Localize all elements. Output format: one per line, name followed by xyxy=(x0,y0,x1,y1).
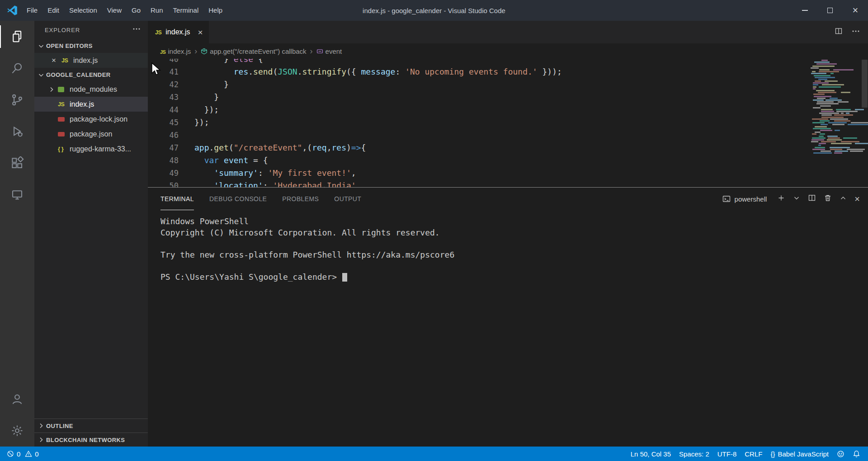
chevron-down-icon xyxy=(38,71,45,79)
eol-setting[interactable]: CRLF xyxy=(741,447,766,461)
split-editor-icon[interactable] xyxy=(835,27,843,37)
code-line: 47app.get("/createEvent",(req,res)=>{ xyxy=(148,141,805,154)
extensions-icon[interactable] xyxy=(0,147,34,179)
js-file-icon: JS xyxy=(155,28,161,36)
account-icon[interactable] xyxy=(0,383,34,415)
minimize-button[interactable] xyxy=(792,0,817,21)
breadcrumb-item-callback[interactable]: app.get("/createEvent") callback xyxy=(201,47,306,55)
file-label: index.js xyxy=(70,100,94,108)
tab-debug-console[interactable]: DEBUG CONSOLE xyxy=(209,188,267,210)
section-blockchain-networks[interactable]: BLOCKCHAIN NETWORKS xyxy=(34,433,148,447)
notifications-bell-icon[interactable] xyxy=(849,447,864,461)
close-icon: × xyxy=(853,5,859,15)
title-bar: File Edit Selection View Go Run Terminal… xyxy=(0,0,868,21)
chevron-down-icon[interactable] xyxy=(793,194,800,203)
tab-output[interactable]: OUTPUT xyxy=(334,188,361,210)
status-bar-left: 0 0 xyxy=(3,447,43,461)
tab-index-js[interactable]: JS index.js × xyxy=(148,21,209,43)
window-controls: × xyxy=(792,0,868,21)
open-editor-item-index-js[interactable]: × JS index.js xyxy=(34,53,148,68)
sidebar-spacer xyxy=(34,156,148,419)
source-control-icon[interactable] xyxy=(0,84,34,116)
section-label: BLOCKCHAIN NETWORKS xyxy=(46,437,125,443)
kill-terminal-icon[interactable] xyxy=(824,194,832,204)
language-mode[interactable]: {} Babel JavaScript xyxy=(766,447,833,461)
more-actions-icon[interactable] xyxy=(852,27,860,37)
json-file-icon: { } xyxy=(58,146,70,152)
minimap[interactable] xyxy=(810,60,861,154)
file-item-rugged-karma[interactable]: { } rugged-karma-33... xyxy=(34,141,148,156)
file-label: node_modules xyxy=(70,85,117,94)
settings-gear-icon[interactable] xyxy=(0,415,34,447)
close-window-button[interactable]: × xyxy=(843,0,868,21)
terminal-output[interactable]: Windows PowerShell Copyright (C) Microso… xyxy=(148,210,868,447)
activity-bar-bottom xyxy=(0,383,34,447)
cursor-position[interactable]: Ln 50, Col 35 xyxy=(627,447,675,461)
more-actions-icon[interactable] xyxy=(132,25,141,35)
close-editor-icon[interactable]: × xyxy=(52,56,61,65)
file-label: package-lock.json xyxy=(70,115,127,123)
tab-terminal[interactable]: TERMINAL xyxy=(160,188,194,210)
menu-edit[interactable]: Edit xyxy=(42,0,64,21)
file-item-package-json[interactable]: package.json xyxy=(34,127,148,141)
file-item-package-lock-json[interactable]: package-lock.json xyxy=(34,112,148,127)
indentation-setting[interactable]: Spaces: 2 xyxy=(675,447,713,461)
js-file-icon: JS xyxy=(58,101,70,108)
menu-run[interactable]: Run xyxy=(146,0,168,21)
close-tab-icon[interactable]: × xyxy=(198,28,203,37)
terminal-line: Windows PowerShell xyxy=(160,216,868,228)
status-bar-right: Ln 50, Col 35 Spaces: 2 UTF-8 CRLF {} Ba… xyxy=(627,447,864,461)
close-panel-icon[interactable]: × xyxy=(854,194,860,203)
tab-problems[interactable]: PROBLEMS xyxy=(282,188,319,210)
symbol-method-icon xyxy=(201,48,208,55)
menu-help[interactable]: Help xyxy=(203,0,227,21)
editor-scrollbar[interactable] xyxy=(861,59,868,187)
code-line: 48 var event = { xyxy=(148,154,805,167)
scrollbar-slider[interactable] xyxy=(862,60,868,108)
section-label: GOOGLE_CALENDER xyxy=(46,71,111,78)
new-terminal-icon[interactable] xyxy=(777,194,785,204)
code-line: 44 }); xyxy=(148,103,805,116)
feedback-icon[interactable] xyxy=(833,447,849,461)
breadcrumb-item-symbol[interactable]: event xyxy=(316,47,342,55)
breadcrumb-item-file[interactable]: JS index.js xyxy=(160,47,191,55)
menu-view[interactable]: View xyxy=(102,0,127,21)
file-item-index-js[interactable]: JS index.js xyxy=(34,97,148,112)
bottom-panel: TERMINAL DEBUG CONSOLE PROBLEMS OUTPUT p… xyxy=(148,187,868,447)
encoding-setting[interactable]: UTF-8 xyxy=(713,447,741,461)
vscode-window: File Edit Selection View Go Run Terminal… xyxy=(0,0,868,461)
panel-tabs: TERMINAL DEBUG CONSOLE PROBLEMS OUTPUT xyxy=(160,188,361,210)
window-title: index.js - google_calender - Visual Stud… xyxy=(363,7,505,14)
menu-terminal[interactable]: Terminal xyxy=(168,0,204,21)
section-folder-google-calender[interactable]: GOOGLE_CALENDER xyxy=(34,68,148,82)
problems-indicator[interactable]: 0 0 xyxy=(3,447,43,461)
vscode-logo-icon xyxy=(6,5,18,16)
terminal-cursor xyxy=(342,273,347,282)
terminal-shell-selector[interactable]: powershell xyxy=(722,194,767,203)
remote-explorer-icon[interactable] xyxy=(0,179,34,211)
tab-actions xyxy=(835,21,860,43)
section-open-editors[interactable]: OPEN EDITORS xyxy=(34,39,148,53)
explorer-icon[interactable] xyxy=(0,21,34,52)
code-line: 46 xyxy=(148,129,805,141)
split-terminal-icon[interactable] xyxy=(808,194,816,204)
terminal-icon xyxy=(722,194,731,203)
braces-icon: {} xyxy=(770,450,775,458)
code-line: 42 } xyxy=(148,78,805,91)
maximize-panel-icon[interactable] xyxy=(840,194,847,203)
activity-bar xyxy=(0,21,34,447)
menu-go[interactable]: Go xyxy=(127,0,146,21)
menu-file[interactable]: File xyxy=(22,0,42,21)
chevron-right-icon xyxy=(38,436,45,443)
section-outline[interactable]: OUTLINE xyxy=(34,419,148,433)
section-label: OUTLINE xyxy=(46,423,73,429)
menu-selection[interactable]: Selection xyxy=(64,0,102,21)
code-editor[interactable]: 40 } else { 41 res.send(JSON.stringify({… xyxy=(148,59,868,187)
js-file-icon: JS xyxy=(61,57,73,64)
sidebar-title: EXPLORER xyxy=(45,27,80,33)
chevron-down-icon xyxy=(38,42,45,50)
run-debug-icon[interactable] xyxy=(0,116,34,147)
search-icon[interactable] xyxy=(0,52,34,84)
maximize-button[interactable] xyxy=(817,0,843,21)
file-item-node-modules[interactable]: node_modules xyxy=(34,82,148,97)
